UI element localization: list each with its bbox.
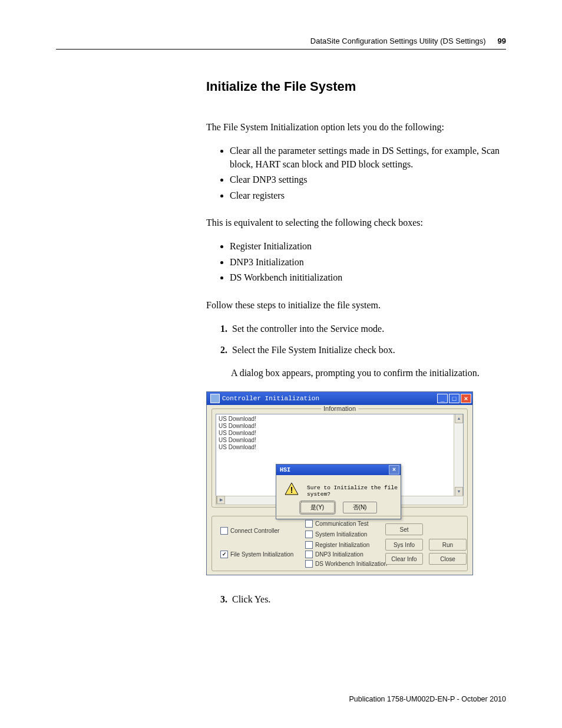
clear-info-button[interactable]: Clear Info bbox=[385, 553, 423, 565]
controller-init-window: Controller Initialization _ □ × Informat… bbox=[206, 391, 473, 575]
confirm-titlebar[interactable]: HSI × bbox=[276, 465, 401, 475]
log-line: US Download! bbox=[219, 416, 461, 423]
confirm-message: Sure to Initialize the file system? bbox=[307, 485, 401, 498]
sys-info-button[interactable]: Sys Info bbox=[385, 539, 423, 551]
checkbox-label: Register Initialization bbox=[315, 542, 369, 548]
confirm-title: HSI bbox=[280, 467, 290, 473]
capabilities-list: Clear all the parameter settings made in… bbox=[206, 144, 506, 202]
checkbox-label: DS Workbench Initialization bbox=[315, 561, 387, 567]
scroll-right-icon[interactable]: ▶ bbox=[217, 496, 225, 504]
log-line: US Download! bbox=[219, 437, 461, 444]
no-button[interactable]: 否(N) bbox=[343, 502, 377, 513]
checkbox-label: System Initialization bbox=[315, 531, 367, 538]
checkbox-label: File System Initialization bbox=[230, 551, 293, 558]
equivalent-list: Register Initialization DNP3 Initializat… bbox=[206, 240, 506, 284]
log-line: US Download! bbox=[219, 430, 461, 437]
yes-button[interactable]: 是(Y) bbox=[300, 502, 335, 513]
minimize-button[interactable]: _ bbox=[437, 394, 448, 403]
checkbox-label: Connect Controller bbox=[230, 528, 279, 534]
log-line: US Download! bbox=[219, 423, 461, 430]
header-rule bbox=[56, 49, 506, 50]
register-init-checkbox[interactable]: Register Initialization bbox=[305, 541, 369, 549]
step-2: Select the File System Initialize check … bbox=[230, 344, 506, 357]
dnp3-init-checkbox[interactable]: DNP3 Initialization bbox=[305, 551, 363, 558]
heading-initialize-fs: Initialize the File System bbox=[206, 79, 506, 94]
header-section: DataSite Configuration Settings Utility … bbox=[310, 37, 486, 45]
close-button[interactable]: × bbox=[461, 394, 471, 403]
maximize-button[interactable]: □ bbox=[449, 394, 459, 403]
confirm-dialog: HSI × ! Sure to Initialize the file syst… bbox=[276, 464, 401, 519]
communication-test-checkbox[interactable]: Communication Test bbox=[305, 520, 368, 528]
warning-icon: ! bbox=[285, 482, 299, 495]
window-title: Controller Initialization bbox=[222, 395, 437, 402]
ds-workbench-init-checkbox[interactable]: DS Workbench Initialization bbox=[305, 560, 387, 568]
step-3: Click Yes. bbox=[230, 593, 506, 606]
checkbox-label: Communication Test bbox=[315, 521, 368, 527]
steps-list: Set the controller into the Service mode… bbox=[206, 322, 506, 357]
set-button[interactable]: Set bbox=[385, 523, 423, 535]
scroll-down-icon[interactable]: ▼ bbox=[455, 487, 463, 496]
system-init-checkbox[interactable]: System Initialization bbox=[305, 531, 367, 538]
steps-intro: Follow these steps to initialize the fil… bbox=[206, 299, 506, 312]
confirm-close-icon[interactable]: × bbox=[389, 465, 399, 475]
header-page-number: 99 bbox=[498, 37, 506, 45]
list-item: Register Initialization bbox=[230, 240, 506, 253]
list-item: DS Workbench inititialization bbox=[230, 271, 506, 284]
list-item: DNP3 Initialization bbox=[230, 256, 506, 269]
vertical-scrollbar[interactable]: ▲ ▼ bbox=[454, 414, 464, 496]
dialog-note: A dialog box appears, prompting you to c… bbox=[231, 367, 506, 380]
checkbox-label: DNP3 Initialization bbox=[315, 551, 363, 558]
run-button[interactable]: Run bbox=[429, 539, 467, 551]
options-frame: Connect Controller ✓File System Initiali… bbox=[211, 516, 468, 571]
window-icon bbox=[210, 394, 220, 403]
list-item: Clear registers bbox=[230, 189, 506, 202]
intro-paragraph: The File System Initialization option le… bbox=[206, 121, 506, 134]
file-system-init-checkbox[interactable]: ✓File System Initialization bbox=[220, 551, 293, 558]
list-item: Clear DNP3 settings bbox=[230, 173, 506, 186]
list-item: Clear all the parameter settings made in… bbox=[230, 144, 506, 171]
information-legend: Information bbox=[321, 405, 358, 412]
log-line: US Download! bbox=[219, 444, 461, 451]
titlebar[interactable]: Controller Initialization _ □ × bbox=[207, 392, 472, 405]
connect-controller-checkbox[interactable]: Connect Controller bbox=[220, 527, 279, 535]
close-action-button[interactable]: Close bbox=[429, 553, 467, 565]
scroll-up-icon[interactable]: ▲ bbox=[455, 414, 463, 423]
equivalent-paragraph: This is equivalent to selecting the foll… bbox=[206, 216, 506, 229]
step-1: Set the controller into the Service mode… bbox=[230, 322, 506, 335]
publication-footer: Publication 1758-UM002D-EN-P - October 2… bbox=[349, 695, 506, 703]
svg-text:!: ! bbox=[290, 485, 293, 495]
steps-list-cont: Click Yes. bbox=[206, 593, 506, 606]
